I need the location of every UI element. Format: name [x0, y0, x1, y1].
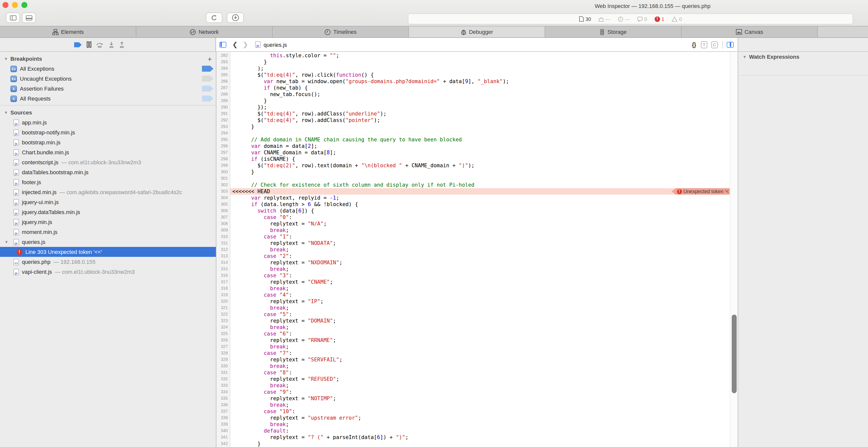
line-number[interactable]: 282	[216, 52, 230, 59]
code-line-282[interactable]: 282 this.style.color = "";	[216, 52, 730, 59]
code-line-300[interactable]: 300 }	[216, 169, 730, 175]
line-number[interactable]: 311	[216, 240, 230, 246]
line-number[interactable]: 333	[216, 382, 230, 389]
pause-button[interactable]	[87, 41, 92, 48]
line-number[interactable]: 289	[216, 97, 230, 104]
line-number[interactable]: 331	[216, 369, 230, 376]
line-number[interactable]: 330	[216, 363, 230, 369]
line-number[interactable]: 318	[216, 285, 230, 292]
code-line-306[interactable]: 306 switch (data[6]) {	[216, 208, 730, 214]
code-line-309[interactable]: 309 break;	[216, 227, 730, 234]
tab-storage[interactable]: Storage	[545, 26, 681, 37]
line-number[interactable]: 307	[216, 214, 230, 220]
code-line-313[interactable]: 313 case "2":	[216, 253, 730, 259]
code-line-338[interactable]: 338 replytext = "upstream error";	[216, 415, 730, 421]
line-number[interactable]: 296	[216, 143, 230, 149]
reload-page-button[interactable]	[206, 12, 222, 23]
code-line-304[interactable]: 304 var replytext, replyid = -1;	[216, 195, 730, 201]
code-line-289[interactable]: 289 }	[216, 97, 730, 104]
line-number[interactable]: 326	[216, 337, 230, 344]
sources-header[interactable]: ▼ Sources	[0, 108, 216, 117]
line-number[interactable]: 284	[216, 65, 230, 72]
source-item-dataTables.bootstrap.min.js[interactable]: jsdataTables.bootstrap.min.js	[0, 167, 216, 177]
line-number[interactable]: 292	[216, 117, 230, 123]
code-line-324[interactable]: 324 break;	[216, 324, 730, 330]
code-line-316[interactable]: 316 case "3":	[216, 272, 730, 279]
breakpoint-item-all-requests[interactable]: AAll Requests	[0, 94, 216, 103]
line-number[interactable]: 302	[216, 182, 230, 188]
line-number[interactable]: 300	[216, 169, 230, 175]
code-line-307[interactable]: 307 case "0":	[216, 214, 730, 220]
line-number[interactable]: 294	[216, 130, 230, 137]
code-line-303[interactable]: 303<<<<<<< HEAD!Unexpected token '<	[216, 188, 730, 195]
line-number[interactable]: 320	[216, 298, 230, 305]
code-line-314[interactable]: 314 replytext = "NXDOMAIN";	[216, 259, 730, 266]
code-line-333[interactable]: 333 break;	[216, 382, 730, 389]
code-line-311[interactable]: 311 replytext = "NODATA";	[216, 240, 730, 246]
dock-bottom-button[interactable]	[22, 12, 36, 23]
breakpoint-state-badge[interactable]	[202, 96, 213, 101]
line-number[interactable]: 298	[216, 156, 230, 162]
line-number[interactable]: 291	[216, 111, 230, 117]
pretty-print-button[interactable]: {}	[692, 41, 696, 48]
code-line-325[interactable]: 325 case "6":	[216, 330, 730, 337]
disclosure-triangle-icon[interactable]: ▼	[4, 110, 8, 115]
add-breakpoint-button[interactable]: +	[208, 55, 212, 62]
breakpoint-item-uncaught-exceptions[interactable]: ExUncaught Exceptions	[0, 74, 216, 84]
disclosure-triangle-icon[interactable]: ▼	[743, 55, 747, 59]
minimize-window-button[interactable]	[12, 2, 18, 8]
breakpoint-item-all-exceptions[interactable]: ExAll Exceptions	[0, 64, 216, 74]
breakpoint-item-assertion-failures[interactable]: AAssertion Failures	[0, 84, 216, 94]
inline-error-badge[interactable]: !Unexpected token '<	[672, 188, 730, 195]
line-number[interactable]: 314	[216, 259, 230, 266]
code-line-285[interactable]: 285 $("td:eq(4)", row).click(function() …	[216, 72, 730, 78]
code-line-299[interactable]: 299 $("td:eq(2)", row).text(domain + "\n…	[216, 162, 730, 169]
line-number[interactable]: 304	[216, 195, 230, 201]
code-line-284[interactable]: 284 );	[216, 65, 730, 72]
scrollbar-thumb[interactable]	[732, 315, 737, 393]
source-item-queries.js[interactable]: ▼jsqueries.js	[0, 237, 216, 247]
step-out-button[interactable]	[119, 41, 125, 48]
line-number[interactable]: 321	[216, 305, 230, 311]
code-coverage-button[interactable]: C	[711, 41, 718, 48]
code-line-318[interactable]: 318 break;	[216, 285, 730, 292]
line-number[interactable]: 309	[216, 227, 230, 234]
code-line-294[interactable]: 294	[216, 130, 730, 137]
line-number[interactable]: 319	[216, 292, 230, 298]
breakpoints-header[interactable]: ▼ Breakpoints +	[0, 54, 216, 64]
step-into-button[interactable]	[108, 41, 115, 48]
line-number[interactable]: 312	[216, 246, 230, 253]
breakpoint-state-badge[interactable]	[202, 66, 213, 72]
code-line-329[interactable]: 329 replytext = "SERVFAIL";	[216, 356, 730, 363]
type-profiler-button[interactable]: T	[701, 41, 707, 48]
line-number[interactable]: 328	[216, 350, 230, 356]
line-number[interactable]: 315	[216, 266, 230, 272]
forward-button[interactable]: ❯	[243, 41, 248, 48]
code-line-334[interactable]: 334 case "9":	[216, 389, 730, 395]
code-line-328[interactable]: 328 case "7":	[216, 350, 730, 356]
line-number[interactable]: 290	[216, 104, 230, 111]
source-item-bootstrap-notify.min.js[interactable]: jsbootstrap-notify.min.js	[0, 127, 216, 138]
line-number[interactable]: 299	[216, 162, 230, 169]
line-number[interactable]: 288	[216, 91, 230, 97]
code-line-322[interactable]: 322 case "5":	[216, 311, 730, 318]
line-number[interactable]: 286	[216, 78, 230, 85]
download-web-archive-button[interactable]	[227, 12, 244, 23]
code-line-297[interactable]: 297 var CNAME_domain = data[8];	[216, 149, 730, 156]
disclosure-triangle-icon[interactable]: ▼	[4, 240, 8, 244]
close-window-button[interactable]	[2, 2, 8, 8]
line-number[interactable]: 301	[216, 175, 230, 182]
zoom-window-button[interactable]	[21, 2, 27, 8]
line-number[interactable]: 335	[216, 395, 230, 402]
watch-expressions-header[interactable]: ▼ Watch Expressions	[739, 52, 868, 62]
dock-side-button[interactable]	[6, 12, 20, 23]
code-line-286[interactable]: 286 var new_tab = window.open("groups-do…	[216, 78, 730, 85]
code-line-323[interactable]: 323 replytext = "DOMAIN";	[216, 318, 730, 324]
line-number[interactable]: 327	[216, 344, 230, 350]
line-number[interactable]: 310	[216, 234, 230, 240]
line-number[interactable]: 285	[216, 72, 230, 78]
source-item-jquery.dataTables.min.js[interactable]: jsjquery.dataTables.min.js	[0, 207, 216, 217]
breakpoint-state-badge[interactable]	[202, 86, 213, 92]
code-line-301[interactable]: 301	[216, 175, 730, 182]
source-item-jquery-ui.min.js[interactable]: jsjquery-ui.min.js	[0, 197, 216, 207]
